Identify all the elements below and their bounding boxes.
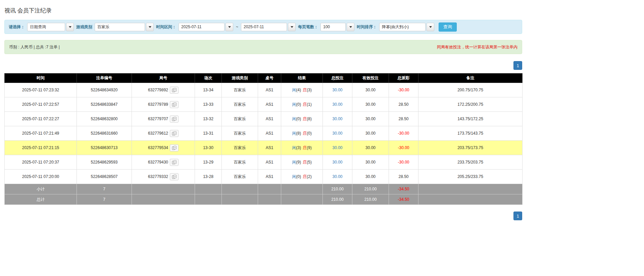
cards-icon xyxy=(172,160,177,165)
subtotal-valid-bet: 210.00 xyxy=(352,184,389,194)
pagination-page-button[interactable]: 1 xyxy=(513,212,522,220)
table-header: 时间 注单编号 局号 场次 游戏类别 桌号 结果 总投注 有效投注 总派彩 备注 xyxy=(5,74,523,83)
total-bet-link[interactable]: 30.00 xyxy=(332,174,342,179)
select-type-input[interactable] xyxy=(27,23,65,31)
result-player-label: 闲 xyxy=(292,88,296,92)
result-player-value: (0) xyxy=(296,174,301,179)
round-replay-button[interactable] xyxy=(170,159,179,166)
result-banker-label: 庄 xyxy=(303,160,307,165)
cell-time: 2025-07-11 07:21:49 xyxy=(5,126,77,141)
select-type-dropdown-button[interactable] xyxy=(66,23,74,31)
cell-note: 203.75/173.75 xyxy=(418,141,523,155)
result-player-value: (0) xyxy=(296,102,301,107)
round-id-text: 632779892 xyxy=(148,87,168,92)
bet-records-table: 时间 注单编号 局号 场次 游戏类别 桌号 结果 总投注 有效投注 总派彩 备注… xyxy=(4,73,523,205)
cell-payout: -30.00 xyxy=(389,141,418,155)
sort-dropdown-button[interactable] xyxy=(427,23,434,31)
round-replay-button[interactable] xyxy=(170,144,179,151)
cell-game-type: 百家乐 xyxy=(222,126,258,141)
round-replay-button[interactable] xyxy=(170,173,179,180)
cell-total-bet: 30.00 xyxy=(323,126,352,141)
round-replay-button[interactable] xyxy=(170,130,179,137)
table-row: 2025-07-11 07:20:00 522648628507 6327793… xyxy=(5,170,523,184)
cell-table-no: AS1 xyxy=(258,170,281,184)
date-to-dropdown-button[interactable] xyxy=(288,23,296,31)
pagination-top: 1 xyxy=(4,61,522,70)
subtotal-row: 小计 7 210.00 210.00 -34.50 xyxy=(5,184,523,194)
cell-round-id: 632779534 xyxy=(132,141,195,155)
total-label: 总计 xyxy=(5,194,77,205)
cell-bet-id: 522648630713 xyxy=(77,141,132,155)
search-button[interactable]: 查询 xyxy=(439,22,457,32)
cell-game-type: 百家乐 xyxy=(222,155,258,170)
pagination-bottom: 1 xyxy=(4,212,522,220)
total-count: 7 xyxy=(77,194,132,205)
cell-result: 闲(0)庄(2) xyxy=(281,170,323,184)
cell-table-no: AS1 xyxy=(258,112,281,126)
cell-result: 闲(4)庄(3) xyxy=(281,83,323,97)
header-round-id: 局号 xyxy=(132,74,195,83)
total-bet-link[interactable]: 30.00 xyxy=(332,145,342,150)
sort-input[interactable] xyxy=(379,23,426,31)
total-bet-link[interactable]: 30.00 xyxy=(332,117,342,121)
cell-table-no: AS1 xyxy=(258,141,281,155)
filter-bar: 请选择： 游戏类别 时间区间： ~ 每页笔数： 时间排序： xyxy=(4,20,522,34)
cell-note: 233.75/203.75 xyxy=(418,155,523,170)
header-time: 时间 xyxy=(5,74,77,83)
page-size-dropdown-button[interactable] xyxy=(347,23,354,31)
total-row: 总计 7 210.00 210.00 -34.50 xyxy=(5,194,523,205)
select-type-combobox xyxy=(27,23,74,31)
cell-game-type: 百家乐 xyxy=(222,141,258,155)
round-id-text: 632779430 xyxy=(148,159,168,164)
round-replay-button[interactable] xyxy=(170,116,179,123)
cell-game-type: 百家乐 xyxy=(222,112,258,126)
subtotal-count: 7 xyxy=(77,184,132,194)
result-player-label: 闲 xyxy=(292,102,296,107)
summary-warning-text: 同局有效投注，统一计算在该局第一张注单内 xyxy=(437,44,517,50)
caret-down-icon xyxy=(349,26,352,28)
cell-session: 13-32 xyxy=(195,112,222,126)
table-row: 2025-07-11 07:20:37 522648629593 6327794… xyxy=(5,155,523,170)
total-payout: -34.50 xyxy=(389,194,418,205)
subtotal-label: 小计 xyxy=(5,184,77,194)
date-from-dropdown-button[interactable] xyxy=(226,23,233,31)
total-bet-link[interactable]: 30.00 xyxy=(332,102,342,107)
date-from-input[interactable] xyxy=(179,23,225,31)
cell-valid-bet: 30.00 xyxy=(352,155,389,170)
result-player-label: 闲 xyxy=(292,117,296,121)
cell-total-bet: 30.00 xyxy=(323,97,352,112)
total-bet-link[interactable]: 30.00 xyxy=(332,160,342,165)
subtotal-payout: -34.50 xyxy=(389,184,418,194)
game-type-input[interactable] xyxy=(95,23,145,31)
result-player-value: (4) xyxy=(296,88,301,92)
result-player-value: (0) xyxy=(296,117,301,121)
result-player-label: 闲 xyxy=(292,131,296,136)
date-to-input[interactable] xyxy=(241,23,287,31)
cell-time: 2025-07-11 07:22:57 xyxy=(5,97,77,112)
select-type-label: 请选择： xyxy=(9,24,25,30)
cell-result: 闲(3)庄(9) xyxy=(281,141,323,155)
cell-valid-bet: 30.00 xyxy=(352,170,389,184)
round-replay-button[interactable] xyxy=(170,87,179,94)
result-banker-value: (2) xyxy=(307,174,312,179)
header-session: 场次 xyxy=(195,74,222,83)
sort-combobox xyxy=(379,23,434,31)
sort-label: 时间排序： xyxy=(357,24,377,30)
cell-time: 2025-07-11 07:22:27 xyxy=(5,112,77,126)
cards-icon xyxy=(172,102,177,107)
total-bet-link[interactable]: 30.00 xyxy=(332,88,342,92)
cell-total-bet: 30.00 xyxy=(323,155,352,170)
round-id-text: 632779789 xyxy=(148,102,168,106)
header-valid-bet: 有效投注 xyxy=(352,74,389,83)
total-bet-link[interactable]: 30.00 xyxy=(332,131,342,136)
cell-session: 13-28 xyxy=(195,170,222,184)
cell-table-no: AS1 xyxy=(258,155,281,170)
round-replay-button[interactable] xyxy=(170,101,179,108)
page-size-input[interactable] xyxy=(320,23,346,31)
game-type-dropdown-button[interactable] xyxy=(146,23,154,31)
date-to-combobox xyxy=(241,23,296,31)
cards-icon xyxy=(172,117,177,121)
table-row: 2025-07-11 07:21:15 522648630713 6327795… xyxy=(5,141,523,155)
cell-total-bet: 30.00 xyxy=(323,170,352,184)
pagination-page-button[interactable]: 1 xyxy=(513,61,522,70)
